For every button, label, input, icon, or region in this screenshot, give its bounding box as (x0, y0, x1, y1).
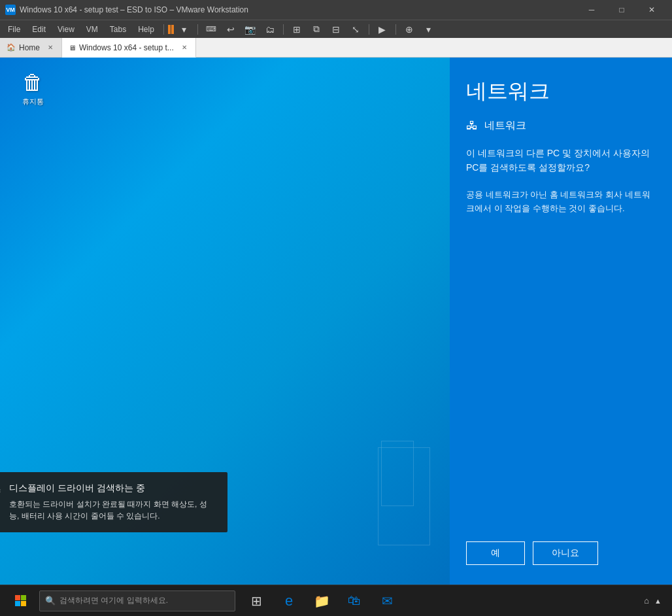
toolbar-view2[interactable]: ⧉ (307, 22, 326, 37)
menu-tabs[interactable]: Tabs (105, 23, 131, 36)
gear-icon: ⚙ (0, 484, 1, 522)
tab-home[interactable]: 🏠 Home ✕ (0, 38, 62, 57)
network-icon: 🖧 (466, 119, 478, 133)
taskbar-app-edge[interactable]: e (273, 585, 305, 617)
store-icon: 🛍 (348, 593, 361, 608)
minimize-button[interactable]: ─ (577, 0, 607, 20)
recycle-bin[interactable]: 🗑 휴지통 (13, 71, 52, 107)
toolbar-sep1 (197, 24, 198, 35)
toolbar-extra2[interactable]: ▾ (420, 22, 438, 37)
menu-help[interactable]: Help (133, 23, 160, 36)
search-placeholder: 검색하려면 여기에 입력하세요. (59, 595, 168, 606)
network-panel: 네트워크 🖧 네트워크 이 네트워크의 다른 PC 및 장치에서 사용자의 PC… (450, 58, 672, 585)
yes-button[interactable]: 예 (466, 541, 525, 565)
title-bar: VM Windows 10 x64 - setup test – ESD to … (0, 0, 672, 20)
tray-clock: ▲ (654, 597, 662, 605)
toolbar-view3[interactable]: ⊟ (327, 22, 345, 37)
vm-desktop[interactable]: 🗑 휴지통 ⚙ 디스플레이 드라이버 검색하는 중 호환되는 드라이버 설치가 … (0, 58, 450, 585)
taskbar-app-mail[interactable]: ✉ (371, 585, 403, 617)
start-button[interactable] (5, 585, 37, 617)
menu-view[interactable]: View (52, 23, 80, 36)
toolbar-sep2 (283, 24, 284, 35)
driver-text: 디스플레이 드라이버 검색하는 중 호환되는 드라이버 설치가 완료될 때까지 … (9, 483, 216, 522)
svg-rect-2 (15, 601, 20, 606)
tray-icon: ⌂ (644, 596, 649, 606)
tab-home-close[interactable]: ✕ (46, 43, 55, 52)
svg-rect-0 (15, 595, 20, 600)
toolbar-dropdown[interactable]: ▾ (175, 22, 193, 37)
toolbar-sep3 (369, 24, 369, 35)
window-controls: ─ □ ✕ (577, 0, 667, 20)
panel-subtitle: 네트워크 (484, 119, 526, 133)
window-title: Windows 10 x64 - setup test – ESD to ISO… (20, 5, 577, 14)
mail-icon: ✉ (382, 593, 393, 609)
panel-buttons: 예 아니요 (466, 528, 656, 565)
toolbar-console[interactable]: ▶ (373, 22, 392, 37)
toolbar-snapshot-revert[interactable]: ↩ (222, 22, 240, 37)
recycle-bin-icon: 🗑 (22, 71, 43, 95)
panel-note: 공용 네트워크가 아닌 홈 네트워크와 회사 네트워크에서 이 작업을 수행하는… (466, 188, 656, 216)
close-button[interactable]: ✕ (637, 0, 667, 20)
taskbar-app-taskview[interactable]: ⊞ (241, 585, 272, 617)
menu-vm[interactable]: VM (81, 23, 103, 36)
taskbar: 🔍 검색하려면 여기에 입력하세요. ⊞ e 📁 🛍 ✉ ⌂ ▲ (0, 585, 672, 616)
search-bar[interactable]: 🔍 검색하려면 여기에 입력하세요. (39, 590, 235, 611)
taskbar-right: ⌂ ▲ (644, 596, 667, 606)
home-icon: 🏠 (7, 43, 16, 52)
svg-rect-3 (21, 601, 26, 606)
svg-rect-1 (21, 595, 26, 600)
task-view-icon: ⊞ (251, 593, 262, 609)
toolbar-view4[interactable]: ⤡ (346, 22, 365, 37)
taskbar-app-explorer[interactable]: 📁 (306, 585, 337, 617)
desktop-decor (352, 349, 450, 545)
vm-icon: 🖥 (69, 44, 76, 52)
menu-bar: File Edit View VM Tabs Help ▾ ⌨ ↩ 📷 🗂 ⊞ … (0, 20, 672, 38)
menu-file[interactable]: File (3, 23, 25, 36)
taskbar-apps: ⊞ e 📁 🛍 ✉ (241, 585, 403, 617)
app-icon: VM (5, 5, 16, 15)
explorer-icon: 📁 (314, 593, 330, 609)
windows-logo-icon (15, 595, 27, 607)
pause-indicator (168, 25, 174, 34)
menu-edit[interactable]: Edit (27, 23, 51, 36)
driver-desc: 호환되는 드라이버 설치가 완료될 때까지 화면 해상도, 성능, 배터리 사용… (9, 498, 216, 522)
maximize-button[interactable]: □ (607, 0, 637, 20)
edge-icon: e (285, 592, 293, 609)
tab-vm-close[interactable]: ✕ (180, 43, 189, 52)
search-icon: 🔍 (45, 596, 56, 606)
tab-vm[interactable]: 🖥 Windows 10 x64 - setup t... ✕ (62, 38, 196, 58)
taskbar-app-store[interactable]: 🛍 (339, 585, 370, 617)
tab-vm-label: Windows 10 x64 - setup t... (79, 43, 174, 52)
panel-title: 네트워크 (466, 77, 656, 106)
driver-notification: ⚙ 디스플레이 드라이버 검색하는 중 호환되는 드라이버 설치가 완료될 때까… (0, 472, 227, 532)
tab-home-label: Home (19, 43, 40, 52)
driver-title: 디스플레이 드라이버 검색하는 중 (9, 483, 216, 494)
panel-subtitle-row: 🖧 네트워크 (466, 119, 656, 133)
main-area: 🗑 휴지통 ⚙ 디스플레이 드라이버 검색하는 중 호환되는 드라이버 설치가 … (0, 58, 672, 585)
recycle-bin-label: 휴지통 (22, 97, 44, 107)
toolbar-extra[interactable]: ⊕ (400, 22, 418, 37)
tabs-bar: 🏠 Home ✕ 🖥 Windows 10 x64 - setup t... ✕ (0, 38, 672, 58)
toolbar-snapshot-take[interactable]: 📷 (241, 22, 260, 37)
toolbar-snapshot-manage[interactable]: 🗂 (261, 22, 279, 37)
panel-description: 이 네트워크의 다른 PC 및 장치에서 사용자의 PC를 검색하도록 설정할까… (466, 146, 656, 175)
toolbar-send-ctrlaltdel[interactable]: ⌨ (202, 22, 220, 37)
toolbar-sep4 (395, 24, 396, 35)
toolbar-view1[interactable]: ⊞ (288, 22, 306, 37)
menu-separator (163, 24, 164, 35)
no-button[interactable]: 아니요 (533, 541, 598, 565)
